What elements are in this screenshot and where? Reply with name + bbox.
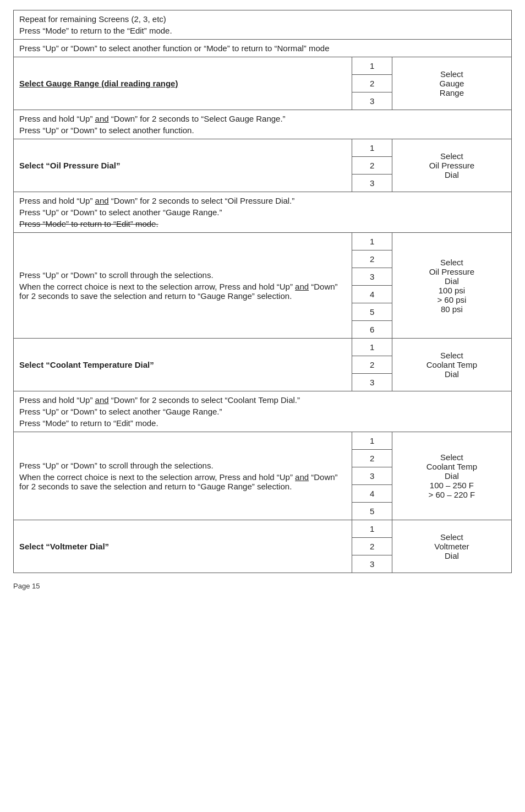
voltmeter-select: SelectVoltmeterDial <box>398 532 506 560</box>
oil-pressure-instructions-text: Press and hold “Up” and “Down” for 2 sec… <box>14 192 512 233</box>
oil-pressure-step-3: 3 <box>352 175 392 192</box>
coolant-scroll-step-2: 2 <box>352 450 392 467</box>
line-correct-choice-oil: When the correct choice is next to the s… <box>19 282 346 301</box>
select-coolant-text: Select “Coolant Temperature Dial” <box>14 339 352 391</box>
repeat-screens-text: Repeat for remaining Screens (2, 3, etc)… <box>14 10 512 40</box>
coolant-scroll-step-1: 1 <box>352 432 392 450</box>
oil-scroll-step-3: 3 <box>352 268 392 286</box>
oil-scroll-step-6: 6 <box>352 321 392 339</box>
press-hold-gauge-text: Press and hold “Up” and “Down” for 2 sec… <box>14 110 512 139</box>
coolant-step-1: 1 <box>352 339 392 356</box>
oil-pressure-step-2: 2 <box>352 157 392 175</box>
select-voltmeter-text: Select “Voltmeter Dial” <box>14 520 352 573</box>
coolant-scroll-step-5: 5 <box>352 503 392 520</box>
gauge-range-step-2: 2 <box>352 75 392 92</box>
row-up-down-mode: Press “Up” or “Down” to select another f… <box>14 40 512 57</box>
line-scroll-up-down: Press “Up” or “Down” to scroll through t… <box>19 270 346 280</box>
oil-scroll-text: Press “Up” or “Down” to scroll through t… <box>14 233 352 339</box>
oil-scroll-step-5: 5 <box>352 303 392 321</box>
gauge-range-select: SelectGaugeRange <box>398 69 506 97</box>
coolant-instructions-text: Press and hold “Up” and “Down” for 2 sec… <box>14 391 512 432</box>
voltmeter-step-3: 3 <box>352 555 392 573</box>
oil-pressure-step-1: 1 <box>352 139 392 157</box>
line-mode-edit-strike: Press “Mode” to return to “Edit” mode. <box>19 219 506 228</box>
oil-scroll-step-2: 2 <box>352 250 392 268</box>
coolant-scroll-step-4: 4 <box>352 485 392 503</box>
oil-scroll-labels: SelectOil PressureDial100 psi> 60 psi80 … <box>398 258 506 314</box>
row-repeat-screens: Repeat for remaining Screens (2, 3, etc)… <box>14 10 512 40</box>
oil-pressure-label-col: SelectOil PressureDial <box>392 139 511 192</box>
row-oil-pressure-instructions: Press and hold “Up” and “Down” for 2 sec… <box>14 192 512 233</box>
row-coolant-scroll-1: Press “Up” or “Down” to scroll through t… <box>14 432 512 450</box>
row-coolant-instructions: Press and hold “Up” and “Down” for 2 sec… <box>14 391 512 432</box>
line-repeat: Repeat for remaining Screens (2, 3, etc) <box>19 14 506 24</box>
line-press-mode: Press “Mode” to return to the “Edit” mod… <box>19 26 506 35</box>
gauge-range-step-1: 1 <box>352 57 392 75</box>
line-press-hold-gauge: Press and hold “Up” and “Down” for 2 sec… <box>19 114 506 123</box>
line-up-down-gauge-range: Press “Up” or “Down” to select another “… <box>19 208 506 217</box>
coolant-step-2: 2 <box>352 356 392 374</box>
select-oil-pressure-text: Select “Oil Pressure Dial” <box>14 139 352 192</box>
voltmeter-step-2: 2 <box>352 538 392 555</box>
line-up-down-another: Press “Up” or “Down” to select another f… <box>19 126 506 135</box>
select-oil-pressure-label: Select “Oil Pressure Dial” <box>19 161 120 170</box>
coolant-scroll-labels: SelectCoolant TempDial100 – 250 F> 60 – … <box>398 453 506 499</box>
row-press-hold-gauge: Press and hold “Up” and “Down” for 2 sec… <box>14 110 512 139</box>
coolant-step-3: 3 <box>352 374 392 391</box>
line-scroll-up-down-coolant: Press “Up” or “Down” to scroll through t… <box>19 461 346 470</box>
line-mode-edit-coolant: Press “Mode” to return to “Edit” mode. <box>19 418 506 428</box>
row-select-gauge-range: Select Gauge Range (dial reading range) … <box>14 57 512 75</box>
row-oil-scroll-1: Press “Up” or “Down” to scroll through t… <box>14 233 512 250</box>
row-select-voltmeter: Select “Voltmeter Dial” 1 SelectVoltmete… <box>14 520 512 538</box>
line-hold-coolant: Press and hold “Up” and “Down” for 2 sec… <box>19 395 506 405</box>
gauge-range-label-col: SelectGaugeRange <box>392 57 511 110</box>
line-correct-choice-coolant: When the correct choice is next to the s… <box>19 472 346 491</box>
oil-scroll-label-col: SelectOil PressureDial100 psi> 60 psi80 … <box>392 233 511 339</box>
coolant-label-col: SelectCoolant TempDial <box>392 339 511 391</box>
up-down-mode-text: Press “Up” or “Down” to select another f… <box>14 40 512 57</box>
select-coolant-label: Select “Coolant Temperature Dial” <box>19 360 154 369</box>
voltmeter-label-col: SelectVoltmeterDial <box>392 520 511 573</box>
oil-scroll-step-4: 4 <box>352 286 392 303</box>
select-gauge-range-text: Select Gauge Range (dial reading range) <box>14 57 352 110</box>
oil-pressure-select: SelectOil PressureDial <box>398 151 506 179</box>
select-gauge-range-label: Select Gauge Range (dial reading range) <box>19 79 178 88</box>
line-hold-oil: Press and hold “Up” and “Down” for 2 sec… <box>19 196 506 205</box>
oil-scroll-step-1: 1 <box>352 233 392 250</box>
coolant-scroll-step-3: 3 <box>352 467 392 485</box>
coolant-select: SelectCoolant TempDial <box>398 351 506 379</box>
gauge-range-step-3: 3 <box>352 92 392 110</box>
line-up-down-gauge-coolant: Press “Up” or “Down” to select another “… <box>19 407 506 416</box>
coolant-scroll-label-col: SelectCoolant TempDial100 – 250 F> 60 – … <box>392 432 511 520</box>
row-select-oil-pressure: Select “Oil Pressure Dial” 1 SelectOil P… <box>14 139 512 157</box>
select-voltmeter-label: Select “Voltmeter Dial” <box>19 542 109 551</box>
row-select-coolant: Select “Coolant Temperature Dial” 1 Sele… <box>14 339 512 356</box>
coolant-scroll-text: Press “Up” or “Down” to scroll through t… <box>14 432 352 520</box>
voltmeter-step-1: 1 <box>352 520 392 538</box>
line-up-down-normal: Press “Up” or “Down” to select another f… <box>19 43 506 53</box>
main-table: Repeat for remaining Screens (2, 3, etc)… <box>13 10 512 573</box>
page-number: Page 15 <box>13 582 512 590</box>
